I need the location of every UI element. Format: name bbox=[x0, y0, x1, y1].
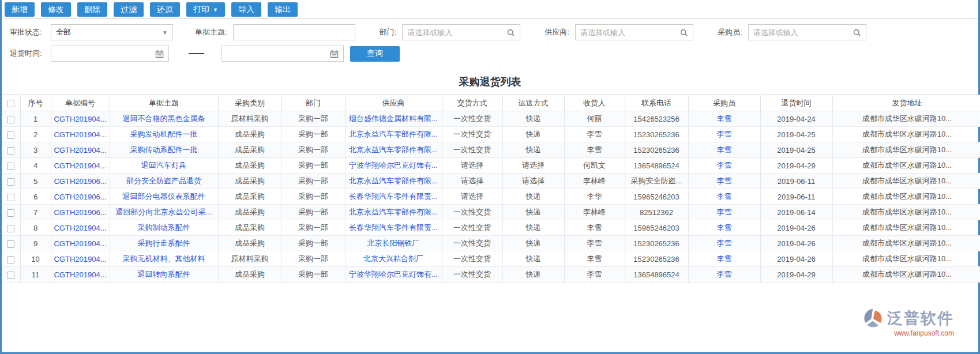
row-checkbox[interactable] bbox=[7, 209, 14, 217]
toolbar-button-2[interactable]: 修改 bbox=[41, 2, 71, 17]
cell-supplier[interactable]: 长春华翔汽车零件有限责... bbox=[345, 189, 442, 205]
cell-purchaser[interactable]: 李雪 bbox=[688, 127, 760, 142]
table-row: 6CGTH201906...退回部分电器仪表系配件成品采购采购一部长春华翔汽车零… bbox=[2, 189, 980, 205]
toolbar-button-5[interactable]: 还原 bbox=[150, 2, 180, 17]
purchase-return-page: 新增修改删除过滤还原打印▼导入输出 审批状态: 全部 ▼ 单据主题: 部门: 供… bbox=[0, 0, 980, 354]
column-header-7: 交货方式 bbox=[442, 95, 502, 111]
cell-doc-no[interactable]: CGTH201906... bbox=[51, 189, 110, 205]
cell-address: 成都市成华区水碾河路10... bbox=[832, 111, 980, 127]
row-checkbox[interactable] bbox=[7, 194, 14, 201]
purchaser-input[interactable] bbox=[753, 28, 853, 37]
cell-doc-no[interactable]: CGTH201906... bbox=[51, 174, 110, 189]
search-button[interactable]: 查询 bbox=[350, 46, 400, 62]
cell-delivery: 请选择 bbox=[442, 158, 502, 174]
cell-supplier[interactable]: 北京永益汽车零部件有限... bbox=[345, 142, 442, 158]
table-row: 5CGTH201906...部分安全防盗产品退货成品采购采购一部北京永益汽车零部… bbox=[2, 174, 980, 189]
cell-subject[interactable]: 采购传动系配件一批 bbox=[110, 142, 218, 158]
cell-doc-no[interactable]: CGTH201904... bbox=[51, 220, 110, 236]
cell-supplier[interactable]: 烟台盛伟德金属材料有限... bbox=[345, 111, 442, 127]
approval-status-select[interactable]: 全部 ▼ bbox=[51, 24, 173, 40]
cell-receiver: 何凯文 bbox=[564, 158, 625, 174]
return-time-label: 退货时间: bbox=[10, 48, 51, 59]
cell-purchaser[interactable]: 李雪 bbox=[688, 236, 760, 251]
cell-supplier[interactable]: 宁波华翔哈尔巴克灯饰有... bbox=[345, 267, 442, 283]
cell-purchaser[interactable]: 李雪 bbox=[688, 267, 760, 283]
cell-subject[interactable]: 退回部分电器仪表系配件 bbox=[110, 189, 218, 205]
supplier-input[interactable] bbox=[580, 28, 679, 37]
cell-supplier[interactable]: 北京大兴粘合剂厂 bbox=[345, 251, 442, 267]
cell-category: 原材料采购 bbox=[218, 111, 281, 127]
toolbar-button-4[interactable]: 过滤 bbox=[114, 2, 144, 17]
cell-phone: 采购安全防盗... bbox=[625, 174, 688, 189]
cell-supplier[interactable]: 北京永益汽车零部件有限... bbox=[345, 174, 442, 189]
return-time-from-input[interactable] bbox=[56, 50, 155, 58]
cell-purchaser[interactable]: 李雪 bbox=[688, 174, 760, 189]
calendar-icon[interactable] bbox=[155, 50, 164, 58]
cell-doc-no[interactable]: CGTH201904... bbox=[51, 111, 110, 127]
cell-subject[interactable]: 退回汽车灯具 bbox=[110, 158, 218, 174]
table-row: 4CGTH201904...退回汽车灯具成品采购采购一部宁波华翔哈尔巴克灯饰有.… bbox=[2, 158, 980, 174]
cell-supplier[interactable]: 北京永益汽车零部件有限... bbox=[345, 127, 442, 142]
cell-category: 成品采购 bbox=[218, 158, 281, 174]
row-checkbox[interactable] bbox=[7, 163, 14, 170]
toolbar-button-1[interactable]: 新增 bbox=[5, 2, 35, 17]
search-icon[interactable] bbox=[853, 28, 861, 37]
row-checkbox[interactable] bbox=[7, 240, 14, 248]
row-checkbox[interactable] bbox=[7, 256, 14, 263]
cell-address: 成都市成华区水碾河路10... bbox=[832, 158, 980, 174]
cell-subject[interactable]: 采购发动机配件一批 bbox=[110, 127, 218, 142]
toolbar-button-6[interactable]: 打印▼ bbox=[186, 2, 225, 17]
search-icon[interactable] bbox=[506, 28, 515, 37]
cell-department: 采购一部 bbox=[281, 267, 345, 283]
cell-subject[interactable]: 退回不合格的黑色金属条 bbox=[110, 111, 218, 127]
cell-doc-no[interactable]: CGTH201904... bbox=[51, 267, 110, 283]
cell-address: 成都市成华区水碾河路10... bbox=[832, 236, 980, 251]
cell-supplier[interactable]: 北京永益汽车零部件有限... bbox=[345, 205, 442, 220]
cell-phone: 15965246203 bbox=[625, 189, 688, 205]
cell-subject[interactable]: 退回部分向北京永益公司采... bbox=[110, 205, 218, 220]
cell-subject[interactable]: 退回转向系配件 bbox=[110, 267, 218, 283]
doc-subject-field bbox=[233, 24, 355, 40]
cell-subject[interactable]: 部分安全防盗产品退货 bbox=[110, 174, 218, 189]
row-checkbox[interactable] bbox=[7, 116, 14, 123]
cell-return-date: 2019-04-26 bbox=[760, 251, 832, 267]
row-checkbox-cell bbox=[2, 189, 20, 205]
row-checkbox[interactable] bbox=[7, 131, 14, 139]
return-time-to-input[interactable] bbox=[227, 50, 330, 58]
toolbar-button-3[interactable]: 删除 bbox=[77, 2, 107, 17]
cell-purchaser[interactable]: 李雪 bbox=[688, 158, 760, 174]
doc-subject-input[interactable] bbox=[238, 28, 350, 37]
row-checkbox-cell bbox=[2, 267, 20, 283]
row-checkbox[interactable] bbox=[7, 178, 14, 186]
cell-doc-no[interactable]: CGTH201906... bbox=[51, 205, 110, 220]
cell-purchaser[interactable]: 李雪 bbox=[688, 142, 760, 158]
toolbar-button-8[interactable]: 输出 bbox=[268, 2, 298, 17]
cell-supplier[interactable]: 北京长阳钢铁厂 bbox=[345, 236, 442, 251]
row-checkbox[interactable] bbox=[7, 272, 14, 279]
cell-delivery: 一次性交货 bbox=[442, 111, 502, 127]
cell-purchaser[interactable]: 李雪 bbox=[688, 220, 760, 236]
search-icon[interactable] bbox=[679, 28, 688, 37]
row-checkbox[interactable] bbox=[7, 225, 14, 232]
cell-supplier[interactable]: 长春华翔汽车零件有限责... bbox=[345, 220, 442, 236]
row-checkbox[interactable] bbox=[7, 147, 14, 155]
department-input[interactable] bbox=[407, 28, 506, 37]
cell-subject[interactable]: 采购制动系配件 bbox=[110, 220, 218, 236]
cell-supplier[interactable]: 宁波华翔哈尔巴克灯饰有... bbox=[345, 158, 442, 174]
calendar-icon[interactable] bbox=[330, 50, 339, 58]
cell-doc-no[interactable]: CGTH201904... bbox=[51, 158, 110, 174]
toolbar-button-7[interactable]: 导入 bbox=[231, 2, 261, 17]
chevron-down-icon: ▼ bbox=[213, 7, 218, 13]
cell-purchaser[interactable]: 李雪 bbox=[688, 111, 760, 127]
cell-doc-no[interactable]: CGTH201904... bbox=[51, 127, 110, 142]
cell-doc-no[interactable]: CGTH201904... bbox=[51, 251, 110, 267]
cell-subject[interactable]: 采购无机材料、其他材料 bbox=[110, 251, 218, 267]
cell-purchaser[interactable]: 李雪 bbox=[688, 189, 760, 205]
cell-doc-no[interactable]: CGTH201904... bbox=[51, 236, 110, 251]
cell-subject[interactable]: 采购行走系配件 bbox=[110, 236, 218, 251]
cell-purchaser[interactable]: 李雪 bbox=[688, 205, 760, 220]
column-header-12: 退货时间 bbox=[760, 95, 832, 111]
cell-purchaser[interactable]: 李雪 bbox=[688, 251, 760, 267]
cell-doc-no[interactable]: CGTH201904... bbox=[51, 142, 110, 158]
select-all-checkbox[interactable] bbox=[7, 100, 14, 107]
